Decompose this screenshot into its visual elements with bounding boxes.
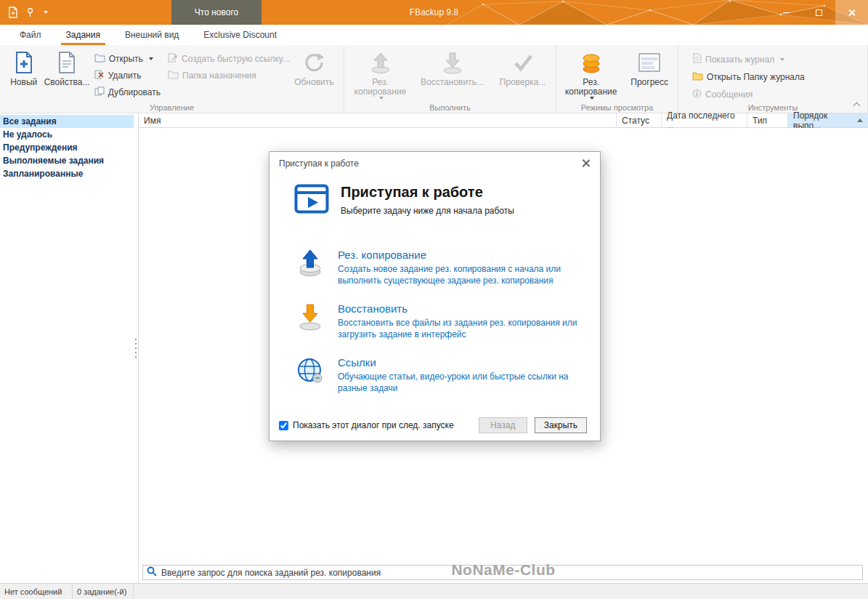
view-backup-icon: [580, 49, 603, 76]
dialog-subheading: Выберите задачу ниже для начала работы: [341, 206, 514, 216]
dialog-footer: Показать этот диалог при след. запуске Н…: [279, 417, 587, 433]
app-icon[interactable]: [7, 7, 19, 18]
dialog-links-icon: [296, 356, 325, 394]
group-label-views: Режимы просмотра: [556, 103, 678, 112]
dialog-option-text: Рез. копирование Создать новое задание р…: [338, 249, 600, 286]
test-button[interactable]: Проверка...: [493, 47, 553, 87]
tab-tasks[interactable]: Задания: [54, 25, 113, 45]
collapse-ribbon-icon[interactable]: [853, 100, 861, 108]
ribbon-group-manage: Новый Свойства... Открыть Удалить Дублир…: [0, 45, 344, 113]
sort-ascending-icon: [857, 118, 863, 122]
dialog-links-description: Обучающие статьи, видео-уроки или быстры…: [338, 371, 600, 394]
back-button[interactable]: Назад: [479, 417, 527, 433]
quick-access-toolbar: [0, 7, 48, 18]
properties-button[interactable]: Свойства...: [43, 47, 90, 87]
dialog-option-links[interactable]: Ссылки Обучающие статьи, видео-уроки или…: [269, 356, 600, 394]
messages-button[interactable]: Сообщения: [689, 88, 808, 101]
sidebar-splitter[interactable]: [134, 113, 139, 583]
run-backup-button[interactable]: Рез. копирование: [349, 47, 412, 100]
sidebar-item-scheduled[interactable]: Запланированные: [0, 167, 134, 180]
dialog-option-backup[interactable]: Рез. копирование Создать новое задание р…: [269, 249, 600, 286]
dialog-option-text: Ссылки Обучающие статьи, видео-уроки или…: [338, 356, 600, 394]
show-log-button[interactable]: Показать журнал: [689, 52, 808, 66]
manage-small-column-2: Создать быструю ссылку... Папка назначен…: [164, 47, 293, 82]
ribbon-group-views: Рез. копирование Прогресс Режимы просмот…: [556, 45, 678, 113]
getting-started-icon: [294, 184, 329, 218]
close-button[interactable]: [835, 0, 868, 25]
dialog-backup-link[interactable]: Рез. копирование: [338, 249, 600, 261]
column-header-name[interactable]: Имя: [139, 113, 617, 127]
group-label-manage: Управление: [0, 103, 344, 112]
show-dialog-checkbox-label[interactable]: Показать этот диалог при след. запуске: [293, 420, 454, 430]
dialog-links-link[interactable]: Ссылки: [338, 356, 600, 369]
group-label-execute: Выполнить: [344, 103, 556, 112]
new-task-button[interactable]: Новый: [4, 47, 43, 87]
dialog-buttons: Назад Закрыть: [479, 417, 587, 433]
dialog-header-text: Приступая к работе Выберите задачу ниже …: [341, 184, 514, 216]
open-button[interactable]: Открыть: [91, 52, 164, 65]
progress-button[interactable]: Прогресс: [624, 47, 675, 87]
refresh-button[interactable]: Обновить: [293, 47, 335, 87]
pin-icon[interactable]: [25, 7, 35, 17]
watermark: NoNaMe-Club: [451, 561, 555, 579]
column-header-status[interactable]: Статус: [617, 113, 662, 127]
column-header-last-date[interactable]: Дата последнего ...: [662, 113, 747, 127]
dialog-close-icon[interactable]: [581, 158, 591, 168]
restore-icon: [441, 49, 464, 76]
dialog-restore-link[interactable]: Восстановить: [338, 302, 600, 315]
dialog-option-text: Восстановить Восстановить все файлы из з…: [338, 302, 600, 340]
test-icon: [512, 49, 534, 76]
sidebar-item-all-tasks[interactable]: Все задания: [0, 115, 134, 128]
dialog-title: Приступая к работе: [279, 158, 359, 169]
ribbon-group-tools: Показать журнал Открыть Папку журнала Со…: [678, 45, 868, 113]
status-messages: Нет сообщений: [0, 584, 73, 599]
open-icon: [94, 53, 105, 65]
qat-caret-icon[interactable]: [44, 11, 48, 14]
tab-file[interactable]: Файл: [7, 25, 54, 45]
titlebar: Что нового FBackup 9.8: [0, 0, 868, 25]
tab-exclusive-discount[interactable]: Exclusive Discount: [191, 25, 289, 45]
refresh-icon: [303, 49, 325, 76]
minimize-button[interactable]: [770, 0, 803, 25]
open-log-folder-button[interactable]: Открыть Папку журнала: [689, 71, 808, 84]
duplicate-button[interactable]: Дублировать: [91, 86, 164, 99]
task-filter-sidebar: Все задания Не удалось Предупреждения Вы…: [0, 113, 134, 583]
destination-folder-button[interactable]: Папка назначения: [164, 69, 293, 82]
splitter-grip-icon: [135, 339, 137, 358]
open-dropdown-icon: [149, 57, 153, 60]
show-log-dropdown-icon: [780, 58, 784, 61]
column-header-type[interactable]: Тип: [747, 113, 788, 127]
show-dialog-checkbox-row: Показать этот диалог при след. запуске: [279, 420, 454, 430]
duplicate-icon: [94, 87, 105, 98]
dialog-backup-description: Создать новое задание рез. копирования с…: [338, 263, 600, 286]
show-dialog-checkbox[interactable]: [279, 421, 288, 430]
ribbon-group-execute: Рез. копирование Восстановить... Проверк…: [344, 45, 556, 113]
restore-button[interactable]: Восстановить...: [418, 47, 487, 87]
sidebar-item-warnings[interactable]: Предупреждения: [0, 141, 134, 154]
create-quick-link-button[interactable]: Создать быструю ссылку...: [164, 52, 293, 65]
maximize-button[interactable]: [803, 0, 835, 25]
new-task-icon: [14, 49, 34, 76]
quick-link-icon: [168, 53, 178, 65]
run-backup-icon: [369, 49, 392, 76]
tab-appearance[interactable]: Внешний вид: [113, 25, 191, 45]
run-backup-dropdown-icon: [379, 97, 384, 100]
view-backup-button[interactable]: Рез. копирование: [561, 47, 621, 100]
dialog-restore-icon: [296, 302, 325, 340]
menu-bar: Файл Задания Внешний вид Exclusive Disco…: [0, 25, 868, 45]
messages-icon: [692, 89, 702, 100]
status-task-count: 0 задание(-й): [73, 584, 134, 599]
column-header-execution-order[interactable]: Порядок выпо...: [788, 113, 868, 127]
window-controls: [770, 0, 868, 25]
whats-new-button[interactable]: Что нового: [171, 0, 261, 25]
sidebar-item-running[interactable]: Выполняемые задания: [0, 154, 134, 167]
dialog-close-button[interactable]: Закрыть: [535, 417, 587, 433]
dialog-option-restore[interactable]: Восстановить Восстановить все файлы из з…: [269, 302, 600, 340]
table-header: Имя Статус Дата последнего ... Тип Поряд…: [139, 113, 868, 128]
sidebar-item-failed[interactable]: Не удалось: [0, 128, 134, 141]
getting-started-dialog: Приступая к работе Приступая к работе Вы…: [269, 151, 601, 441]
destination-folder-icon: [168, 70, 179, 81]
dialog-heading: Приступая к работе: [341, 184, 514, 201]
minimize-icon: [783, 12, 790, 13]
delete-button[interactable]: Удалить: [91, 69, 164, 82]
